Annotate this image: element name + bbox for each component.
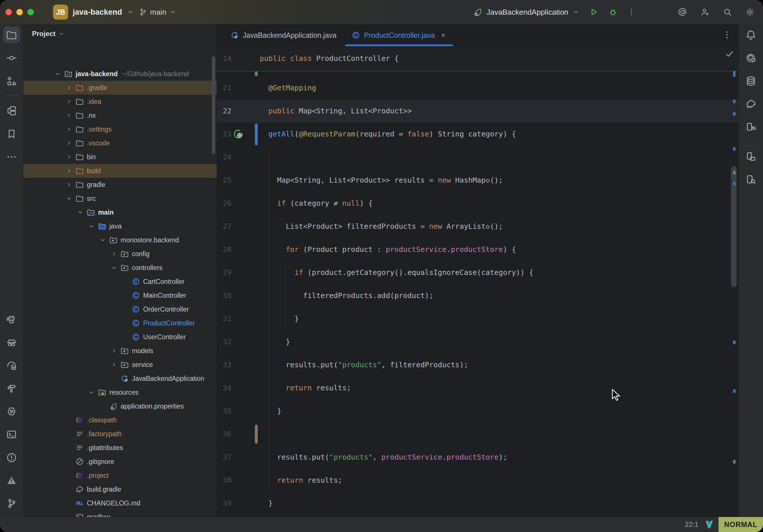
line-number[interactable]: 24 [217, 146, 231, 169]
chevron-down-icon[interactable] [86, 223, 97, 230]
code-line-21[interactable]: 21 @GetMapping [217, 76, 738, 100]
tree-item--classpath[interactable]: .classpath [23, 413, 217, 427]
error-stripe-mark[interactable] [733, 171, 736, 174]
line-number[interactable]: 23 [217, 123, 231, 146]
copilot-cat-icon[interactable] [3, 311, 20, 328]
chevron-right-icon[interactable] [63, 112, 75, 119]
tree-item-javabackendapplication[interactable]: JavaBackendApplication [23, 372, 217, 385]
tool-window-header[interactable]: Project [32, 27, 65, 41]
error-stripe-mark[interactable] [733, 341, 736, 344]
tree-item-src[interactable]: src [23, 191, 217, 205]
code-line-33[interactable]: 33 results.put("products", filteredProdu… [217, 354, 738, 376]
chevron-down-icon[interactable] [63, 195, 75, 202]
line-number[interactable]: 14 [217, 46, 231, 71]
line-number[interactable]: 33 [217, 354, 231, 376]
tree-item-usercontroller[interactable]: UserController [23, 330, 217, 344]
run-button[interactable] [589, 7, 599, 17]
sticky-line[interactable]: 14public class ProductController { [217, 46, 738, 71]
tree-item--idea[interactable]: .idea [23, 95, 217, 108]
code-line-25[interactable]: 25 Map<String, List<Product>> results = … [217, 169, 738, 192]
tree-item-build-gradle[interactable]: build.gradle [23, 482, 217, 496]
error-stripe-mark[interactable] [733, 389, 736, 393]
chevron-down-icon[interactable] [97, 237, 109, 244]
tree-item-monostore-backend[interactable]: monostore.backend [23, 233, 217, 247]
tree-item--settings[interactable]: .settings [23, 122, 217, 136]
tree-item-cartcontroller[interactable]: CartController [23, 275, 217, 288]
vim-icon[interactable] [704, 519, 714, 530]
code-line-24[interactable]: 24 [217, 146, 738, 169]
line-number[interactable]: 32 [217, 330, 231, 354]
ai-assistant-icon[interactable] [742, 50, 759, 66]
search-icon[interactable] [722, 7, 732, 17]
chevron-down-icon[interactable] [108, 264, 120, 271]
code-line-14[interactable]: 14public class ProductController { [217, 46, 738, 71]
tree-item-gradlew[interactable]: gradlew [23, 510, 217, 517]
line-number[interactable]: 37 [217, 446, 231, 469]
notifications-bell-icon[interactable] [742, 27, 759, 43]
chevron-right-icon[interactable] [63, 126, 75, 133]
code-line-34[interactable]: 34 return results; [217, 376, 738, 399]
editor-layers-icon[interactable] [3, 102, 20, 119]
tree-item--factorypath[interactable]: .factorypath [23, 427, 217, 441]
bookmarks-icon[interactable] [3, 126, 20, 142]
chevron-right-icon[interactable] [108, 361, 120, 368]
add-user-icon[interactable] [700, 7, 710, 17]
chevron-down-icon[interactable] [86, 389, 97, 396]
error-stripe-mark[interactable] [733, 100, 736, 103]
git-branch-icon[interactable] [3, 495, 20, 512]
error-stripe-mark[interactable] [733, 71, 736, 77]
tree-item-ordercontroller[interactable]: OrderController [23, 302, 217, 316]
commit-icon[interactable] [3, 50, 20, 66]
editor-options-kebab-icon[interactable] [722, 30, 732, 41]
build-hammer-icon[interactable] [3, 380, 20, 397]
close-tab-icon[interactable] [440, 32, 447, 39]
vcs-change-marker-added[interactable] [255, 71, 258, 76]
terminal-icon[interactable] [3, 426, 20, 443]
line-number[interactable]: 21 [217, 76, 231, 100]
code-line-37[interactable]: 37 results.put("products", productServic… [217, 446, 738, 469]
tree-item-controllers[interactable]: controllers [23, 261, 217, 275]
tree-item-service[interactable]: service [23, 358, 217, 372]
tree-item--nx[interactable]: .nx [23, 108, 217, 122]
line-number[interactable]: 29 [217, 261, 231, 284]
device-mirror-icon[interactable] [742, 148, 759, 165]
tree-item-java-backend[interactable]: java-backend~/Github/java-backend [23, 67, 217, 81]
code-line-32[interactable]: 32 } [217, 330, 738, 354]
line-number[interactable]: 28 [217, 238, 231, 261]
chevron-right-icon[interactable] [63, 84, 75, 91]
error-stripe-mark[interactable] [733, 112, 736, 116]
minimize-window-button[interactable] [16, 9, 23, 15]
problems-icon[interactable] [3, 449, 20, 466]
project-switcher[interactable]: java-backend [73, 8, 122, 17]
code-line-26[interactable]: 26 if (category ≠ null) { [217, 192, 738, 215]
code-line-29[interactable]: 29 if (product.getCategory().equalsIgnor… [217, 261, 738, 284]
vcs-change-marker-modified[interactable] [255, 124, 258, 146]
tree-item-java[interactable]: java [23, 219, 217, 233]
code-line-30[interactable]: 30 filteredProducts.add(product); [217, 284, 738, 307]
tree-item-maincontroller[interactable]: MainController [23, 288, 217, 302]
tree-item--gradle[interactable]: .gradle [23, 81, 217, 95]
more-tools-icon[interactable] [3, 149, 20, 165]
line-number[interactable]: 38 [217, 469, 231, 492]
code-line-28[interactable]: 28 for (Product product : productService… [217, 238, 738, 261]
profiler-icon[interactable] [3, 357, 20, 374]
line-number[interactable]: 34 [217, 376, 231, 399]
check-icon[interactable] [724, 49, 735, 61]
chevron-right-icon[interactable] [63, 154, 75, 160]
close-window-button[interactable] [5, 9, 12, 15]
tree-item-gradle[interactable]: gradle [23, 178, 217, 191]
code-line-35[interactable]: 35 } [217, 399, 738, 423]
branch-switcher[interactable]: main [139, 0, 176, 24]
zoom-window-button[interactable] [27, 9, 34, 15]
code-line-31[interactable]: 31 } [217, 307, 738, 330]
structure-icon[interactable] [3, 73, 20, 89]
tree-item-config[interactable]: config [23, 247, 217, 261]
line-number[interactable]: 25 [217, 169, 231, 192]
services-icon[interactable] [3, 403, 20, 420]
ai-assistant-at-icon[interactable] [678, 7, 687, 17]
line-number[interactable]: 27 [217, 215, 231, 238]
incognito-icon[interactable] [3, 334, 20, 351]
warnings-icon[interactable] [3, 472, 20, 489]
more-run-options-icon[interactable] [627, 8, 636, 16]
tree-item--project[interactable]: .project [23, 469, 217, 482]
